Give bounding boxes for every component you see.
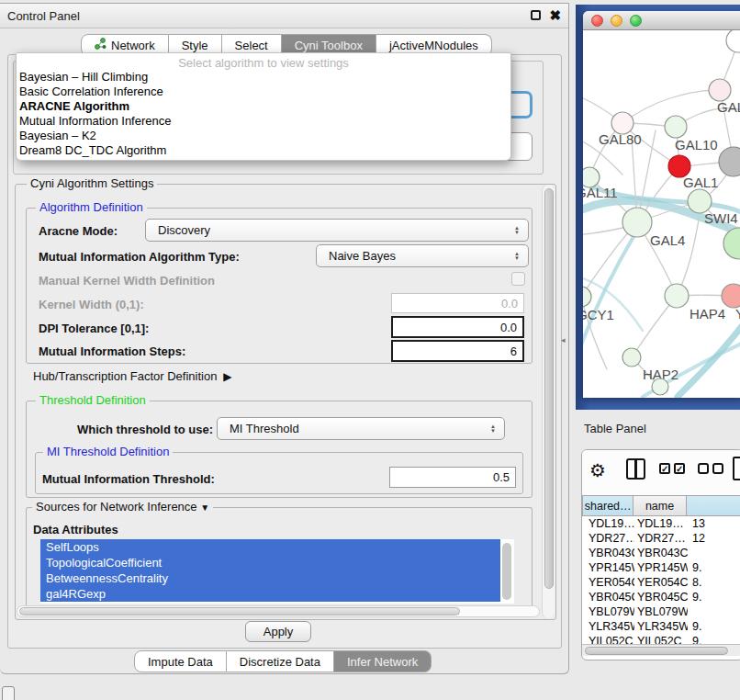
minimized-panel-icon[interactable] (2, 686, 15, 700)
hub-definition-label: Hub/Transcription Factor Definition (33, 369, 217, 383)
tab-impute-data[interactable]: Impute Data (134, 650, 227, 672)
combo-spinner-icon: ▲▼ (514, 252, 520, 261)
table-row[interactable]: YDL19…YDL19…13 (582, 516, 740, 531)
table-cell: YPR145W (634, 560, 688, 575)
network-node-label: GAL80 (599, 131, 642, 147)
network-canvas[interactable]: GAL80GAL10GAL1GAL11SWI4GAL4GCY1HAP4YHAP2… (583, 30, 740, 398)
cyni-algorithm-settings-legend: Cyni Algorithm Settings (27, 176, 157, 190)
table-header-row: shared… name (582, 495, 740, 516)
settings-horizontal-scrollbar[interactable] (17, 605, 540, 617)
table-horizontal-scrollbar[interactable] (582, 644, 740, 656)
manual-kernel-checkbox[interactable] (511, 272, 525, 286)
zoom-traffic-light[interactable] (630, 15, 642, 27)
algorithm-option[interactable]: Bayesian – K2 (17, 129, 510, 143)
table-row[interactable]: YBL079WYBL079W (582, 604, 740, 619)
data-attribute-item[interactable]: SelfLoops (40, 539, 500, 555)
network-node[interactable] (622, 208, 652, 237)
column-header-shared[interactable]: shared… (582, 495, 633, 516)
apply-button[interactable]: Apply (245, 621, 311, 642)
close-traffic-light[interactable] (591, 15, 603, 27)
new-table-icon[interactable] (733, 457, 740, 480)
minimize-traffic-light[interactable] (611, 15, 622, 27)
network-node[interactable] (726, 30, 740, 52)
deselect-all-checkbox-icon[interactable] (712, 463, 723, 474)
mi-type-combo[interactable]: Naive Bayes ▲▼ (316, 244, 529, 267)
network-node[interactable] (622, 348, 641, 367)
select-all-checkbox-icon[interactable]: ✓ (659, 463, 670, 474)
network-node[interactable] (665, 116, 687, 138)
network-desktop-background: GAL80GAL10GAL1GAL11SWI4GAL4GCY1HAP4YHAP2… (576, 5, 740, 410)
data-attribute-item[interactable]: BetweennessCentrality (40, 570, 500, 586)
table-cell (688, 604, 740, 619)
gear-icon[interactable]: ⚙ (589, 459, 606, 481)
network-node-label: GAL1 (683, 175, 718, 190)
table-row[interactable]: YIL052CYIL052C9. (582, 634, 740, 644)
table-cell: 9. (688, 560, 740, 575)
network-node[interactable] (583, 287, 591, 307)
manual-kernel-label: Manual Kernel Width Definition (39, 274, 215, 288)
network-edge[interactable] (677, 215, 700, 296)
panel-splitter-handle[interactable]: ◂ (561, 335, 566, 344)
mi-threshold-input[interactable]: 0.5 (389, 467, 516, 488)
which-threshold-combo[interactable]: MI Threshold ▲▼ (217, 417, 505, 440)
table-row[interactable]: YER054CYER054C8. (582, 575, 740, 590)
hub-definition-toggle[interactable]: Hub/Transcription Factor Definition ▶ (33, 369, 232, 383)
close-icon[interactable]: ✖ (549, 7, 561, 24)
algorithm-dropdown-popup: Select algorithm to view settings Bayesi… (16, 52, 511, 161)
network-node[interactable] (709, 79, 731, 101)
network-node[interactable] (722, 284, 740, 308)
tab-style-label: Style (182, 39, 208, 52)
algorithm-option[interactable]: Basic Correlation Inference (17, 85, 510, 99)
dpi-tolerance-input[interactable]: 0.0 (391, 316, 524, 338)
network-view-window: GAL80GAL10GAL1GAL11SWI4GAL4GCY1HAP4YHAP2… (583, 11, 740, 398)
algorithm-option[interactable]: Mutual Information Inference (17, 114, 510, 129)
tab-discretize-data[interactable]: Discretize Data (227, 650, 334, 672)
tab-network-label: Network (111, 39, 155, 52)
tab-impute-data-label: Impute Data (148, 655, 213, 669)
column-header-name[interactable]: name (633, 495, 686, 516)
table-row[interactable]: YPR145WYPR145W9. (582, 560, 740, 575)
algorithm-popup-list: Bayesian – Hill ClimbingBasic Correlatio… (17, 70, 510, 158)
table-horizontal-scrollbar-thumb[interactable] (585, 647, 728, 655)
sources-legend[interactable]: Sources for Network Inference ▼ (32, 500, 213, 514)
column-browser-icon[interactable] (626, 458, 645, 480)
deselect-all-checkbox-icon[interactable] (698, 463, 709, 474)
algorithm-option[interactable]: ARACNE Algorithm (17, 99, 510, 114)
algorithm-option[interactable]: Bayesian – Hill Climbing (17, 70, 510, 85)
control-panel-title: Control Panel (0, 9, 80, 23)
combo-spinner-icon: ▲▼ (514, 226, 520, 235)
table-row[interactable]: YBR043CYBR043C (582, 546, 740, 560)
network-tab-icon (95, 38, 107, 52)
float-window-icon[interactable] (531, 10, 541, 20)
aracne-mode-combo[interactable]: Discovery ▲▼ (145, 219, 529, 242)
network-node[interactable] (723, 228, 740, 259)
data-attribute-item[interactable]: gal4RGexp (40, 586, 500, 602)
table-cell: 9. (688, 590, 740, 604)
tab-infer-network[interactable]: Infer Network (334, 650, 432, 672)
table-row[interactable]: YDR27…YDR27…12 (582, 531, 740, 546)
attributes-list-scrollbar[interactable] (502, 543, 511, 600)
mi-steps-input[interactable]: 6 (391, 340, 524, 362)
table-row[interactable]: YBR045CYBR045C9. (582, 590, 740, 604)
network-node[interactable] (652, 378, 668, 395)
column-header-3[interactable] (687, 495, 740, 516)
network-window-titlebar[interactable] (583, 11, 740, 30)
kernel-width-input[interactable]: 0.0 (391, 293, 524, 313)
dpi-tolerance-label: DPI Tolerance [0,1]: (39, 322, 149, 335)
algorithm-option[interactable]: Dream8 DC_TDC Algorithm (17, 143, 510, 158)
table-row[interactable]: YLR345WYLR345W9. (582, 619, 740, 634)
table-cell: YDR27… (582, 531, 634, 546)
data-attribute-item[interactable]: TopologicalCoefficient (40, 555, 500, 570)
settings-horizontal-scrollbar-thumb[interactable] (19, 607, 460, 615)
network-node[interactable] (719, 147, 740, 176)
table-body: YDL19…YDL19…13YDR27…YDR27…12YBR043CYBR04… (582, 516, 740, 644)
settings-vertical-scrollbar[interactable] (542, 185, 555, 618)
control-panel-titlebar[interactable]: Control Panel ✖ (0, 4, 568, 28)
which-threshold-label: Which threshold to use: (77, 423, 213, 436)
mi-steps-label: Mutual Information Steps: (39, 344, 185, 358)
select-all-checkbox-icon[interactable]: ✓ (674, 463, 685, 474)
table-panel-title: Table Panel (584, 422, 646, 435)
settings-vertical-scrollbar-thumb[interactable] (544, 188, 554, 589)
network-node-label: SWI4 (704, 210, 738, 226)
network-node[interactable] (665, 284, 689, 308)
